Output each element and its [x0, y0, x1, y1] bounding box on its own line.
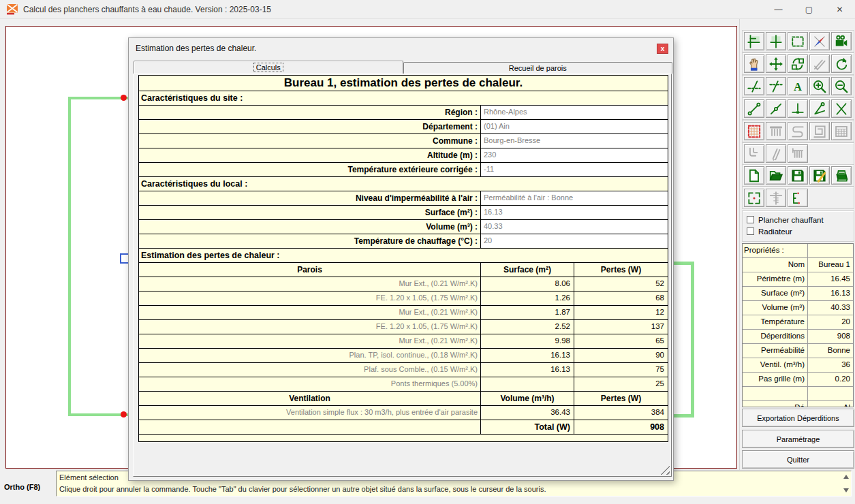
probe-icon[interactable] — [788, 189, 808, 207]
dialog-resize-grip[interactable] — [660, 465, 670, 475]
minimize-button[interactable]: — — [763, 0, 794, 19]
tab-calculs[interactable]: Calculs — [134, 61, 403, 74]
angle-icon[interactable] — [809, 99, 830, 118]
property-value[interactable] — [808, 387, 853, 400]
corner-duct-icon — [744, 144, 764, 163]
trim-left-icon[interactable] — [744, 77, 764, 95]
ruler-cross-icon — [766, 189, 786, 207]
plancher-chauffant-checkbox[interactable] — [747, 216, 754, 223]
property-value[interactable]: 36 — [808, 358, 853, 372]
property-value[interactable]: 16.45 — [808, 272, 853, 286]
report-field-label: Température de chauffage (°C) : — [139, 234, 481, 249]
room-wall-left[interactable] — [68, 97, 71, 416]
status-scroll-up-icon[interactable] — [843, 475, 849, 479]
junction-icon[interactable] — [788, 99, 808, 118]
trim-right-icon[interactable] — [766, 77, 786, 95]
rotate-icon[interactable] — [831, 54, 852, 73]
maximize-button[interactable]: ▢ — [794, 0, 824, 19]
report-paroi-name: Mur Ext., (0.21 W/m².K) — [139, 306, 481, 320]
report-row-head3: VentilationVolume (m³/h)Pertes (W) — [139, 392, 668, 406]
property-value[interactable] — [808, 244, 853, 257]
property-value[interactable]: Bonne — [808, 344, 853, 358]
toolbar-row-1 — [742, 30, 854, 52]
radiateur-option[interactable]: Radiateur — [747, 225, 850, 237]
report-pertes-value: 68 — [574, 292, 668, 306]
property-label: Surface (m²) — [743, 287, 808, 300]
report-field-value: 20 — [481, 234, 668, 249]
properties-grid: Propriétés :NomBureau 1Périmètre (m)16.4… — [742, 243, 854, 407]
slope-icon — [809, 54, 830, 73]
property-value[interactable]: 20 — [808, 315, 853, 329]
report-row-data3: Mur Ext., (0.21 W/m².K)8.0652 — [139, 277, 668, 292]
property-value[interactable]: Al — [808, 401, 853, 407]
pencil-double-icon — [766, 144, 786, 163]
zoom-out-icon[interactable] — [831, 77, 852, 95]
toolbar-row-7 — [742, 164, 854, 187]
report-field-label: Commune : — [139, 134, 481, 148]
zoom-in-icon[interactable] — [809, 77, 830, 95]
mesh-icon[interactable] — [744, 122, 764, 140]
report-field-value: -11 — [481, 163, 668, 177]
toolbar-row-2 — [742, 52, 854, 75]
pan-hand-icon[interactable] — [744, 54, 764, 73]
segment-point-icon[interactable] — [766, 99, 786, 118]
report-row-section: Caractéristiques du local : — [139, 177, 668, 191]
property-label: Propriétés : — [743, 244, 808, 257]
save-as-file-icon[interactable] — [809, 166, 830, 185]
selection-rectangle-icon[interactable] — [788, 32, 808, 50]
plancher-chauffant-label: Plancher chauffant — [758, 216, 824, 224]
measure-center-icon[interactable] — [766, 32, 786, 50]
property-value[interactable]: 908 — [808, 330, 853, 343]
property-value[interactable]: 0.20 — [808, 373, 853, 386]
report-field-value: 230 — [481, 148, 668, 163]
move-icon[interactable] — [766, 54, 786, 73]
report-paroi-name: Mur Ext., (0.21 W/m².K) — [139, 334, 481, 349]
print-icon[interactable] — [831, 166, 852, 185]
report-field-value: Perméabilité à l'air : Bonne — [481, 191, 668, 206]
report-pertes-value: 12 — [574, 306, 668, 320]
dialog-close-button[interactable]: x — [657, 44, 668, 54]
grid-sheet-icon — [831, 122, 852, 140]
heated-zone-icon[interactable] — [744, 189, 764, 207]
room-wall-bottom[interactable] — [69, 413, 128, 416]
parametrage-button[interactable]: Paramétrage — [742, 430, 854, 448]
save-file-icon[interactable] — [788, 166, 808, 185]
report-row-section: Estimation des pertes de chaleur : — [139, 249, 668, 263]
vertex-handle[interactable] — [121, 95, 127, 101]
report-row-data3: Mur Ext., (0.21 W/m².K)1.8712 — [139, 306, 668, 320]
new-file-icon[interactable] — [744, 166, 764, 185]
property-value[interactable]: 16.13 — [808, 287, 853, 300]
window-titlebar[interactable]: Calcul des planchers chauffants à eau ch… — [0, 0, 855, 19]
quitter-button[interactable]: Quitter — [742, 450, 854, 469]
report-surface-value: 16.13 — [481, 363, 574, 377]
radiateur-checkbox[interactable] — [747, 227, 754, 235]
toolbar-row-4 — [742, 97, 854, 120]
svg-text:A: A — [794, 80, 802, 93]
rotate-copy-icon[interactable] — [788, 54, 808, 73]
vertex-handle[interactable] — [121, 411, 127, 418]
plancher-chauffant-option[interactable]: Plancher chauffant — [747, 214, 850, 225]
report-paroi-name: Plan. TP, isol. continue., (0.18 W/m².K) — [139, 349, 481, 363]
property-label: Température — [743, 315, 808, 329]
property-value[interactable]: 40.33 — [808, 301, 853, 315]
text-icon[interactable]: A — [788, 77, 808, 95]
intersection-icon[interactable] — [831, 99, 852, 118]
report-paroi-name: Ponts thermiques (5.00%) — [139, 377, 481, 392]
open-file-icon[interactable] — [766, 166, 786, 185]
compass-icon[interactable] — [809, 32, 830, 50]
export-deperditions-button[interactable]: Exportation Déperditions — [742, 409, 854, 427]
status-scroll-down-icon[interactable] — [843, 488, 849, 492]
tab-recueil-label: Recueil de parois — [509, 64, 567, 72]
room-wall-top[interactable] — [69, 97, 128, 99]
measure-left-icon[interactable] — [744, 32, 764, 50]
spiral-icon — [809, 122, 830, 140]
property-value[interactable]: Bureau 1 — [808, 258, 853, 272]
report-empty-cell — [139, 420, 481, 435]
camera-icon[interactable] — [831, 32, 852, 50]
close-button[interactable]: ✕ — [824, 0, 855, 19]
report-field-label: Volume (m³) : — [139, 220, 481, 234]
tab-recueil-de-parois[interactable]: Recueil de parois — [403, 62, 673, 74]
emitter-options-group: Plancher chauffant Radiateur — [742, 210, 854, 242]
segment-icon[interactable] — [744, 99, 764, 118]
dialog-titlebar[interactable]: Estimation des pertes de chaleur. x — [129, 38, 673, 60]
